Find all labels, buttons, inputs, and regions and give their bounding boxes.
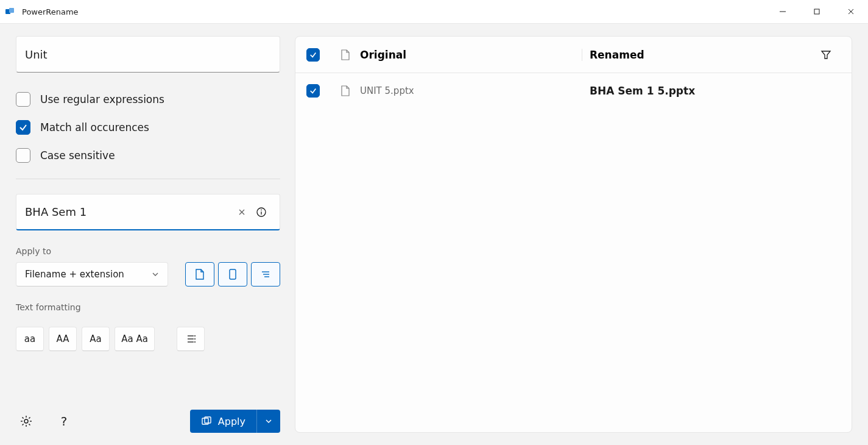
option-match-all-label: Match all occurences bbox=[40, 121, 149, 134]
clear-replace-button[interactable] bbox=[232, 202, 252, 222]
checkbox-icon bbox=[16, 148, 30, 163]
apply-button-label: Apply bbox=[218, 416, 245, 427]
option-regex-label: Use regular expressions bbox=[40, 93, 164, 105]
gear-icon bbox=[20, 415, 32, 427]
checkbox-icon bbox=[16, 120, 30, 135]
app-title: PowerRename bbox=[22, 7, 79, 16]
text-formatting-label: Text formatting bbox=[16, 302, 280, 312]
window-controls bbox=[766, 0, 868, 23]
apply-target-toggles bbox=[185, 262, 280, 287]
preview-header: Original Renamed bbox=[295, 37, 852, 73]
enumerate-button[interactable] bbox=[177, 327, 205, 351]
checkbox-icon bbox=[16, 92, 30, 107]
select-all-checkbox[interactable] bbox=[306, 48, 320, 62]
file-icon bbox=[340, 49, 350, 60]
svg-point-21 bbox=[24, 419, 28, 423]
row-original-name: UNIT 5.pptx bbox=[358, 85, 582, 96]
apply-split-button: Apply bbox=[190, 410, 280, 433]
format-titlecase-button[interactable]: Aa bbox=[82, 327, 110, 351]
file-icon-header bbox=[333, 49, 358, 60]
apply-to-label: Apply to bbox=[16, 246, 280, 256]
file-icon bbox=[340, 85, 350, 96]
column-original-header[interactable]: Original bbox=[358, 49, 582, 61]
app-body: Use regular expressions Match all occure… bbox=[0, 23, 868, 445]
svg-rect-1 bbox=[9, 8, 14, 13]
app-icon bbox=[5, 6, 16, 17]
search-input[interactable] bbox=[25, 48, 271, 61]
maximize-button[interactable] bbox=[800, 0, 834, 23]
help-icon: ? bbox=[61, 415, 68, 427]
apply-to-value: Filename + extension bbox=[25, 269, 124, 280]
svg-point-10 bbox=[261, 209, 262, 210]
svg-line-27 bbox=[29, 424, 30, 425]
row-file-icon bbox=[333, 85, 358, 96]
option-regex[interactable]: Use regular expressions bbox=[16, 92, 280, 107]
settings-button[interactable] bbox=[16, 411, 37, 432]
svg-rect-3 bbox=[814, 9, 819, 14]
replace-info-button[interactable] bbox=[252, 202, 271, 222]
row-checkbox[interactable] bbox=[306, 84, 320, 98]
svg-line-26 bbox=[23, 418, 24, 419]
svg-point-18 bbox=[194, 335, 196, 336]
include-folders-toggle[interactable] bbox=[218, 262, 247, 287]
include-files-toggle[interactable] bbox=[185, 262, 214, 287]
svg-rect-11 bbox=[230, 269, 236, 279]
svg-line-28 bbox=[29, 418, 30, 419]
search-input-box[interactable] bbox=[16, 36, 280, 73]
svg-marker-32 bbox=[822, 51, 830, 59]
separator bbox=[16, 179, 280, 179]
format-lowercase-button[interactable]: aa bbox=[16, 327, 44, 351]
close-button[interactable] bbox=[834, 0, 868, 23]
apply-to-select[interactable]: Filename + extension bbox=[16, 262, 168, 287]
option-case-sensitive-label: Case sensitive bbox=[40, 149, 115, 162]
include-subfolders-toggle[interactable] bbox=[251, 262, 280, 287]
minimize-button[interactable] bbox=[766, 0, 800, 23]
chevron-down-icon bbox=[152, 271, 159, 278]
svg-line-29 bbox=[23, 424, 24, 425]
preview-row[interactable]: UNIT 5.pptx BHA Sem 1 5.pptx bbox=[295, 73, 852, 109]
svg-point-20 bbox=[194, 341, 196, 343]
help-button[interactable]: ? bbox=[54, 411, 74, 432]
text-formatting-group: aa AA Aa Aa Aa bbox=[16, 327, 280, 351]
replace-input-box[interactable] bbox=[16, 194, 280, 230]
apply-icon bbox=[201, 416, 212, 427]
option-match-all[interactable]: Match all occurences bbox=[16, 120, 280, 135]
left-bottom-bar: ? Apply bbox=[16, 397, 280, 433]
titlebar: PowerRename bbox=[0, 0, 868, 23]
chevron-down-icon bbox=[265, 418, 272, 425]
replace-input[interactable] bbox=[25, 205, 232, 218]
filter-button[interactable] bbox=[814, 49, 838, 60]
format-uppercase-button[interactable]: AA bbox=[49, 327, 77, 351]
apply-button[interactable]: Apply bbox=[190, 410, 257, 433]
option-case-sensitive[interactable]: Case sensitive bbox=[16, 148, 280, 163]
left-panel: Use regular expressions Match all occure… bbox=[16, 36, 280, 433]
svg-point-19 bbox=[194, 338, 196, 340]
preview-panel: Original Renamed UNIT 5.pptx BHA Sem 1 5… bbox=[295, 36, 852, 433]
format-capitalize-each-button[interactable]: Aa Aa bbox=[115, 327, 155, 351]
column-renamed-header[interactable]: Renamed bbox=[582, 49, 814, 61]
apply-dropdown-button[interactable] bbox=[257, 410, 280, 433]
row-renamed-name: BHA Sem 1 5.pptx bbox=[582, 85, 814, 97]
filter-icon bbox=[820, 49, 831, 60]
